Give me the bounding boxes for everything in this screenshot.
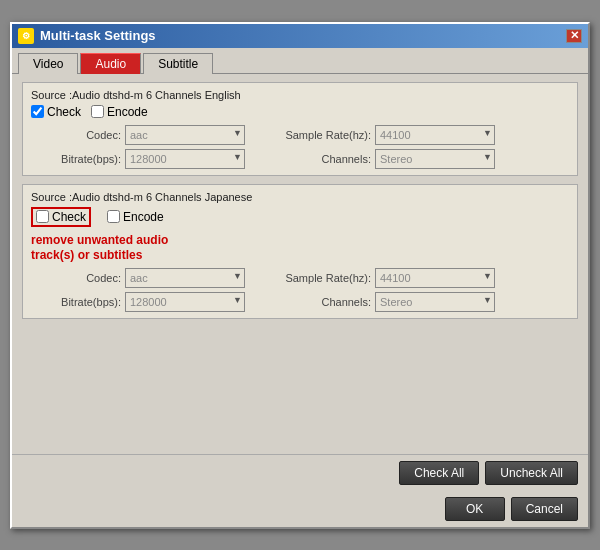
- ok-button[interactable]: OK: [445, 497, 505, 521]
- content-area: Source :Audio dtshd-m 6 Channels English…: [12, 74, 588, 454]
- check-highlighted-2: Check: [31, 207, 91, 227]
- bitrate-select-wrapper-2: 128000: [125, 292, 245, 312]
- bitrate-label-2: Bitrate(bps):: [31, 296, 121, 308]
- sample-rate-select-wrapper-2: 44100: [375, 268, 495, 288]
- sample-rate-select-wrapper-1: 44100: [375, 125, 495, 145]
- codec-pair-1: Codec: aac: [31, 125, 245, 145]
- sample-rate-select-2[interactable]: 44100: [375, 268, 495, 288]
- bitrate-pair-2: Bitrate(bps): 128000: [31, 292, 245, 312]
- check-uncheck-bar: Check All Uncheck All: [12, 454, 588, 491]
- encode-checkbox-2[interactable]: [107, 210, 120, 223]
- form-group-1b: Bitrate(bps): 128000 Channels: Stereo: [31, 149, 569, 169]
- codec-select-2[interactable]: aac: [125, 268, 245, 288]
- form-group-1a: Codec: aac Sample Rate(hz): 44100: [31, 125, 569, 145]
- channels-select-wrapper-2: Stereo: [375, 292, 495, 312]
- audio-block-2: Source :Audio dtshd-m 6 Channels Japanes…: [22, 184, 578, 319]
- encode-checkbox-1[interactable]: [91, 105, 104, 118]
- bitrate-pair-1: Bitrate(bps): 128000: [31, 149, 245, 169]
- channels-select-wrapper-1: Stereo: [375, 149, 495, 169]
- check-label-1[interactable]: Check: [31, 105, 81, 119]
- cancel-button[interactable]: Cancel: [511, 497, 578, 521]
- close-button[interactable]: ✕: [566, 29, 582, 43]
- main-window: ⚙ Multi-task Settings ✕ Video Audio Subt…: [10, 22, 590, 529]
- channels-pair-2: Channels: Stereo: [261, 292, 495, 312]
- sample-rate-label-2: Sample Rate(hz):: [261, 272, 371, 284]
- sample-rate-label-1: Sample Rate(hz):: [261, 129, 371, 141]
- tab-subtitle[interactable]: Subtitle: [143, 53, 213, 74]
- ok-cancel-bar: OK Cancel: [12, 491, 588, 527]
- bitrate-label-1: Bitrate(bps):: [31, 153, 121, 165]
- codec-pair-2: Codec: aac: [31, 268, 245, 288]
- check-encode-row-1: Check Encode: [31, 105, 569, 119]
- samplerate-pair-2: Sample Rate(hz): 44100: [261, 268, 495, 288]
- title-bar: ⚙ Multi-task Settings ✕: [12, 24, 588, 48]
- source-label-2: Source :Audio dtshd-m 6 Channels Japanes…: [31, 191, 569, 203]
- codec-select-wrapper-2: aac: [125, 268, 245, 288]
- sample-rate-select-1[interactable]: 44100: [375, 125, 495, 145]
- tab-bar: Video Audio Subtitle: [12, 48, 588, 74]
- check-encode-row-2: Check Encode: [31, 207, 569, 227]
- bitrate-select-wrapper-1: 128000: [125, 149, 245, 169]
- channels-select-2[interactable]: Stereo: [375, 292, 495, 312]
- bitrate-select-2[interactable]: 128000: [125, 292, 245, 312]
- check-checkbox-2[interactable]: [36, 210, 49, 223]
- bitrate-select-1[interactable]: 128000: [125, 149, 245, 169]
- source-label-1: Source :Audio dtshd-m 6 Channels English: [31, 89, 569, 101]
- codec-select-1[interactable]: aac: [125, 125, 245, 145]
- tooltip-text-2: remove unwanted audiotrack(s) or subtitl…: [31, 233, 569, 264]
- encode-label-1[interactable]: Encode: [91, 105, 148, 119]
- form-group-2a: Codec: aac Sample Rate(hz): 44100: [31, 268, 569, 288]
- window-title: Multi-task Settings: [40, 28, 156, 43]
- uncheck-all-button[interactable]: Uncheck All: [485, 461, 578, 485]
- app-icon: ⚙: [18, 28, 34, 44]
- samplerate-pair-1: Sample Rate(hz): 44100: [261, 125, 495, 145]
- encode-label-2[interactable]: Encode: [107, 210, 164, 224]
- audio-block-1: Source :Audio dtshd-m 6 Channels English…: [22, 82, 578, 176]
- channels-label-1: Channels:: [261, 153, 371, 165]
- tab-video[interactable]: Video: [18, 53, 78, 74]
- codec-select-wrapper-1: aac: [125, 125, 245, 145]
- check-all-button[interactable]: Check All: [399, 461, 479, 485]
- tab-audio[interactable]: Audio: [80, 53, 141, 74]
- form-group-2b: Bitrate(bps): 128000 Channels: Stereo: [31, 292, 569, 312]
- title-bar-left: ⚙ Multi-task Settings: [18, 28, 156, 44]
- channels-pair-1: Channels: Stereo: [261, 149, 495, 169]
- codec-label-1: Codec:: [31, 129, 121, 141]
- channels-label-2: Channels:: [261, 296, 371, 308]
- check-checkbox-1[interactable]: [31, 105, 44, 118]
- channels-select-1[interactable]: Stereo: [375, 149, 495, 169]
- codec-label-2: Codec:: [31, 272, 121, 284]
